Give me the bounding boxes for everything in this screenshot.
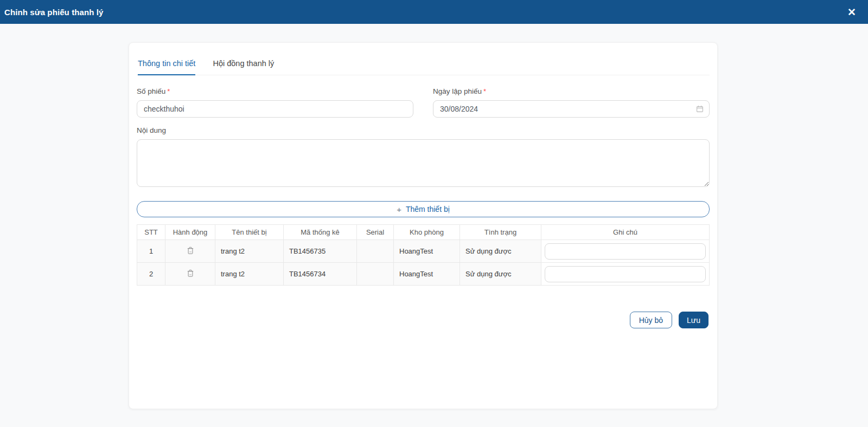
col-header-tinh-trang: Tình trạng	[460, 225, 541, 240]
footer-actions: Hủy bỏ Lưu	[137, 312, 710, 328]
form-row: Số phiếu* Ngày lập phiếu*	[137, 87, 710, 118]
col-header-serial: Serial	[357, 225, 394, 240]
table-row: 1	[137, 240, 710, 263]
save-button[interactable]: Lưu	[679, 312, 709, 328]
cell-serial	[357, 240, 394, 263]
page-title: Chỉnh sửa phiếu thanh lý	[4, 8, 103, 17]
close-icon[interactable]: ✕	[847, 7, 856, 17]
col-header-ten-thiet-bi: Tên thiết bị	[215, 225, 284, 240]
ngay-lap-phieu-field-group: Ngày lập phiếu*	[433, 87, 710, 118]
noi-dung-textarea[interactable]	[137, 139, 710, 187]
so-phieu-label-text: Số phiếu	[137, 87, 165, 95]
ngay-lap-phieu-label: Ngày lập phiếu*	[433, 87, 710, 95]
page-body: Thông tin chi tiết Hội đồng thanh lý Số …	[0, 24, 868, 427]
tab-hoi-dong-thanh-ly[interactable]: Hội đồng thanh lý	[213, 55, 274, 75]
noi-dung-label: Nội dung	[137, 126, 710, 134]
cell-serial	[357, 263, 394, 286]
tab-thong-tin-chi-tiet[interactable]: Thông tin chi tiết	[138, 55, 195, 75]
table-row: 2	[137, 263, 710, 286]
cell-kho-phong: HoangTest	[394, 240, 460, 263]
cell-tinh-trang: Sử dụng được	[460, 263, 541, 286]
noi-dung-field-group: Nội dung	[137, 126, 710, 187]
ngay-lap-phieu-label-text: Ngày lập phiếu	[433, 87, 482, 95]
ghi-chu-input[interactable]	[545, 266, 706, 282]
col-header-hanh-dong: Hành động	[165, 225, 215, 240]
col-header-ma-thong-ke: Mã thống kê	[284, 225, 357, 240]
so-phieu-label: Số phiếu*	[137, 87, 413, 95]
cell-ghi-chu	[541, 240, 710, 263]
tab-bar: Thông tin chi tiết Hội đồng thanh lý	[137, 51, 710, 75]
col-header-ghi-chu: Ghi chú	[541, 225, 710, 240]
date-picker-wrap	[433, 100, 710, 118]
add-device-button[interactable]: + Thêm thiết bị	[137, 201, 710, 217]
cell-ma-thong-ke: TB1456734	[284, 263, 357, 286]
col-header-kho-phong: Kho phòng	[394, 225, 460, 240]
cell-tinh-trang: Sử dụng được	[460, 240, 541, 263]
device-table: STT Hành động Tên thiết bị Mã thống kê S…	[137, 224, 710, 286]
add-device-label: Thêm thiết bị	[406, 205, 450, 214]
cell-ten-thiet-bi: trang t2	[215, 263, 284, 286]
plus-icon: +	[397, 205, 401, 214]
required-asterisk: *	[167, 87, 170, 95]
cell-stt: 1	[137, 240, 165, 263]
col-header-stt: STT	[137, 225, 165, 240]
edit-form-card: Thông tin chi tiết Hội đồng thanh lý Số …	[129, 42, 718, 409]
cell-ten-thiet-bi: trang t2	[215, 240, 284, 263]
so-phieu-input[interactable]	[137, 100, 413, 118]
required-asterisk: *	[483, 87, 486, 95]
cell-hanh-dong	[165, 240, 215, 263]
cell-hanh-dong	[165, 263, 215, 286]
ghi-chu-input[interactable]	[545, 243, 706, 260]
delete-row-button[interactable]	[185, 268, 196, 281]
cell-kho-phong: HoangTest	[394, 263, 460, 286]
so-phieu-field-group: Số phiếu*	[137, 87, 413, 118]
ngay-lap-phieu-input[interactable]	[433, 100, 710, 118]
cell-stt: 2	[137, 263, 165, 286]
table-header-row: STT Hành động Tên thiết bị Mã thống kê S…	[137, 225, 710, 240]
modal-header: Chỉnh sửa phiếu thanh lý ✕	[0, 0, 868, 24]
delete-row-button[interactable]	[185, 245, 196, 258]
trash-icon	[187, 247, 194, 256]
cell-ghi-chu	[541, 263, 710, 286]
calendar-icon[interactable]	[696, 105, 704, 113]
trash-icon	[187, 269, 194, 279]
cell-ma-thong-ke: TB1456735	[284, 240, 357, 263]
cancel-button[interactable]: Hủy bỏ	[630, 312, 672, 328]
